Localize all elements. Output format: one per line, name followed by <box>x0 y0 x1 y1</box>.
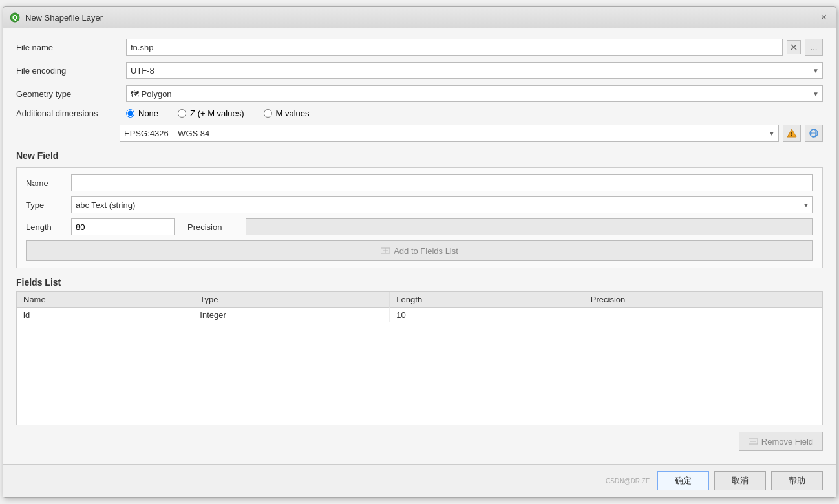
new-field-section: Name Type abc Text (string) ▼ Length Pre… <box>16 167 823 268</box>
clear-icon <box>791 44 797 50</box>
dialog-title: New Shapefile Layer <box>25 13 103 23</box>
field-type-label: Type <box>26 200 65 210</box>
row-name: id <box>17 308 193 323</box>
help-button[interactable]: 帮助 <box>771 471 823 490</box>
field-name-input[interactable] <box>71 174 813 191</box>
radio-m-label: M values <box>276 109 310 118</box>
crs-warning-button[interactable]: ! <box>783 125 801 142</box>
additional-dimensions-row: Additional dimensions None Z (+ M values… <box>16 109 823 118</box>
additional-dimensions-label: Additional dimensions <box>16 109 120 118</box>
fields-table: Name Type Length Precision id Integer 10 <box>17 292 822 322</box>
geometry-type-select-wrapper: 🗺 Polygon ▼ <box>126 85 823 102</box>
field-type-row: Type abc Text (string) ▼ <box>26 196 813 213</box>
add-to-fields-label: Add to Fields List <box>394 246 458 256</box>
dialog-footer: CSDN@DR.ZF 确定 取消 帮助 <box>3 464 836 497</box>
radio-z-label: Z (+ M values) <box>190 109 244 118</box>
radio-none-label: None <box>138 109 158 118</box>
remove-field-button[interactable]: Remove Field <box>739 432 823 451</box>
col-precision-header: Precision <box>584 292 822 308</box>
add-field-icon <box>381 246 390 255</box>
cancel-button[interactable]: 取消 <box>714 471 766 490</box>
radio-m[interactable] <box>264 109 272 118</box>
col-length-header: Length <box>390 292 584 308</box>
radio-z[interactable] <box>178 109 186 118</box>
warning-icon: ! <box>787 128 797 138</box>
add-to-fields-button[interactable]: Add to Fields List <box>26 240 813 261</box>
confirm-button[interactable]: 确定 <box>657 471 709 490</box>
file-browse-button[interactable]: ... <box>805 39 823 56</box>
new-field-section-title: New Field <box>16 151 823 161</box>
file-name-label: File name <box>16 43 120 52</box>
geometry-type-row: Geometry type 🗺 Polygon ▼ <box>16 85 823 102</box>
title-bar: Q New Shapefile Layer × <box>3 7 836 28</box>
field-name-label: Name <box>26 178 65 188</box>
radio-none-item[interactable]: None <box>126 109 158 118</box>
radio-none[interactable] <box>126 109 134 118</box>
file-encoding-select[interactable]: UTF-8 <box>126 62 823 79</box>
remove-field-label: Remove Field <box>761 437 813 446</box>
crs-select-wrapper: EPSG:4326 – WGS 84 ▼ <box>120 125 779 142</box>
fields-list-section: Fields List Name Type Length Precision i… <box>16 275 823 454</box>
crs-globe-button[interactable] <box>805 125 823 142</box>
app-icon: Q <box>10 12 20 23</box>
svg-text:!: ! <box>791 131 793 137</box>
geometry-type-label: Geometry type <box>16 89 120 99</box>
globe-icon <box>809 128 819 138</box>
radio-z-item[interactable]: Z (+ M values) <box>178 109 244 118</box>
row-type: Integer <box>193 308 390 323</box>
fields-list-box: Name Type Length Precision id Integer 10 <box>16 291 823 425</box>
length-input[interactable] <box>71 218 175 235</box>
row-length: 10 <box>390 308 584 323</box>
watermark: CSDN@DR.ZF <box>16 476 652 486</box>
file-encoding-row: File encoding UTF-8 ▼ <box>16 62 823 79</box>
length-precision-row: Length Precision <box>26 218 813 235</box>
dimensions-radio-group: None Z (+ M values) M values <box>126 109 310 118</box>
remove-field-icon <box>749 437 758 446</box>
fields-table-header: Name Type Length Precision <box>17 292 822 308</box>
col-type-header: Type <box>193 292 390 308</box>
file-name-row: File name ... <box>16 39 823 56</box>
precision-input[interactable] <box>246 218 813 235</box>
file-name-input[interactable] <box>126 39 783 56</box>
file-name-control: ... <box>126 39 823 56</box>
geometry-type-select[interactable]: 🗺 Polygon <box>126 85 823 102</box>
crs-row: EPSG:4326 – WGS 84 ▼ ! <box>120 125 823 142</box>
dialog-body: File name ... File encoding UTF-8 ▼ <box>3 28 836 464</box>
new-shapefile-dialog: Q New Shapefile Layer × File name ... <box>3 6 836 498</box>
title-bar-left: Q New Shapefile Layer <box>10 12 103 23</box>
precision-label: Precision <box>187 222 239 232</box>
file-encoding-label: File encoding <box>16 66 120 76</box>
file-encoding-select-wrapper: UTF-8 ▼ <box>126 62 823 79</box>
table-row[interactable]: id Integer 10 <box>17 308 822 323</box>
length-label: Length <box>26 222 65 232</box>
file-name-clear-button[interactable] <box>787 40 801 54</box>
field-name-row: Name <box>26 174 813 191</box>
col-name-header: Name <box>17 292 193 308</box>
close-button[interactable]: × <box>818 11 829 24</box>
crs-select[interactable]: EPSG:4326 – WGS 84 <box>120 125 779 142</box>
remove-field-area: Remove Field <box>16 429 823 454</box>
field-type-select-wrapper: abc Text (string) ▼ <box>71 196 813 213</box>
svg-text:Q: Q <box>12 14 17 21</box>
field-type-select[interactable]: abc Text (string) <box>71 196 813 213</box>
radio-m-item[interactable]: M values <box>264 109 310 118</box>
row-precision <box>584 308 822 323</box>
fields-list-title: Fields List <box>16 277 823 288</box>
